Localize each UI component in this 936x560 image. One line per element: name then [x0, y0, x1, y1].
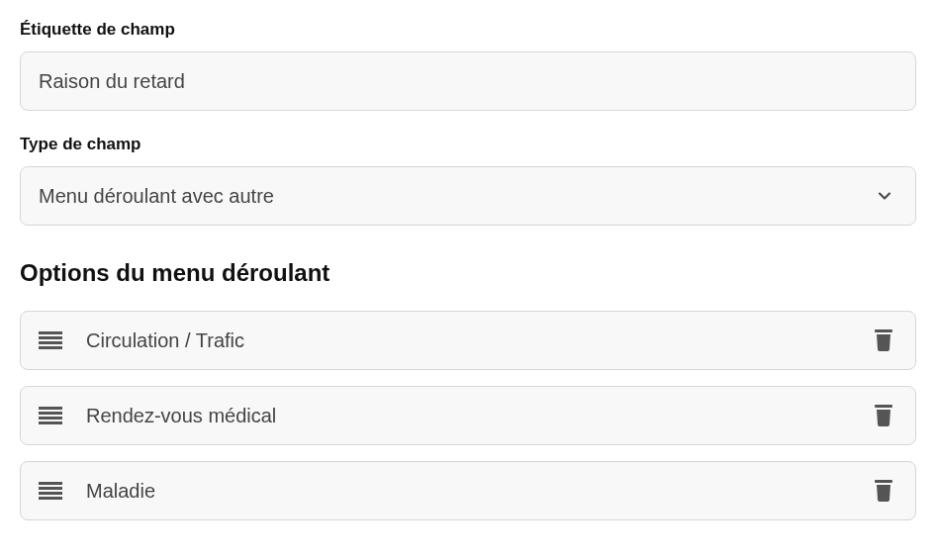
svg-rect-5	[881, 329, 887, 330]
svg-rect-3	[39, 346, 62, 349]
field-type-group: Type de champ Menu déroulant avec autre	[20, 135, 916, 226]
option-label: Maladie	[86, 480, 872, 503]
field-type-select-wrapper: Menu déroulant avec autre	[20, 166, 916, 226]
svg-rect-15	[39, 497, 62, 500]
svg-rect-12	[39, 482, 62, 485]
trash-icon	[874, 329, 893, 351]
list-item: Rendez-vous médical	[20, 386, 916, 445]
delete-button[interactable]	[872, 328, 895, 352]
svg-rect-1	[39, 336, 62, 339]
svg-rect-13	[39, 487, 62, 490]
list-item: Maladie	[20, 461, 916, 520]
list-item: Circulation / Trafic	[20, 311, 916, 370]
dropdown-options-heading: Options du menu déroulant	[20, 259, 916, 287]
delete-button[interactable]	[872, 479, 895, 503]
option-label: Circulation / Trafic	[86, 329, 872, 352]
svg-rect-17	[881, 480, 887, 481]
svg-rect-7	[39, 412, 62, 415]
field-label-input[interactable]	[20, 51, 916, 111]
trash-icon	[874, 480, 893, 502]
drag-handle-icon[interactable]	[39, 331, 62, 349]
trash-icon	[874, 405, 893, 426]
svg-rect-6	[39, 407, 62, 410]
field-type-caption: Type de champ	[20, 135, 916, 154]
svg-rect-0	[39, 331, 62, 334]
svg-rect-14	[39, 492, 62, 495]
field-type-value: Menu déroulant avec autre	[39, 185, 274, 208]
option-label: Rendez-vous médical	[86, 405, 872, 427]
field-label-group: Étiquette de champ	[20, 20, 916, 111]
drag-handle-icon[interactable]	[39, 482, 62, 500]
svg-rect-2	[39, 341, 62, 344]
field-label-caption: Étiquette de champ	[20, 20, 916, 40]
svg-rect-9	[39, 421, 62, 424]
svg-rect-8	[39, 417, 62, 420]
field-type-select[interactable]: Menu déroulant avec autre	[20, 166, 916, 226]
drag-handle-icon[interactable]	[39, 407, 62, 424]
svg-rect-11	[881, 405, 887, 406]
delete-button[interactable]	[872, 404, 895, 427]
